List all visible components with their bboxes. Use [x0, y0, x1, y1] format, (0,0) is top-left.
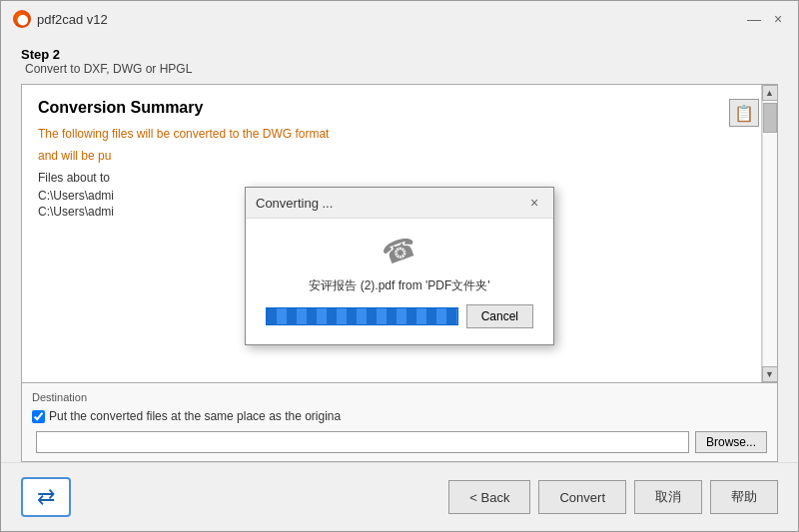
dialog-titlebar: Converting ... × — [246, 188, 553, 219]
converting-dialog: Converting ... × ☎ 安评报告 (2).pdf from 'PD… — [245, 187, 554, 345]
dialog-body: ☎ 安评报告 (2).pdf from 'PDF文件夹' Cancel — [246, 219, 553, 344]
dialog-cancel-button[interactable]: Cancel — [466, 304, 533, 328]
progress-bar-container — [266, 307, 458, 325]
dialog-overlay: Converting ... × ☎ 安评报告 (2).pdf from 'PD… — [0, 0, 799, 532]
progress-bar-fill — [267, 308, 457, 324]
progress-row: Cancel — [266, 304, 533, 328]
dialog-close-button[interactable]: × — [525, 194, 543, 212]
dialog-title: Converting ... — [256, 196, 333, 211]
converting-filename: 安评报告 (2).pdf from 'PDF文件夹' — [309, 277, 489, 294]
spinner-icon: ☎ — [378, 230, 421, 272]
